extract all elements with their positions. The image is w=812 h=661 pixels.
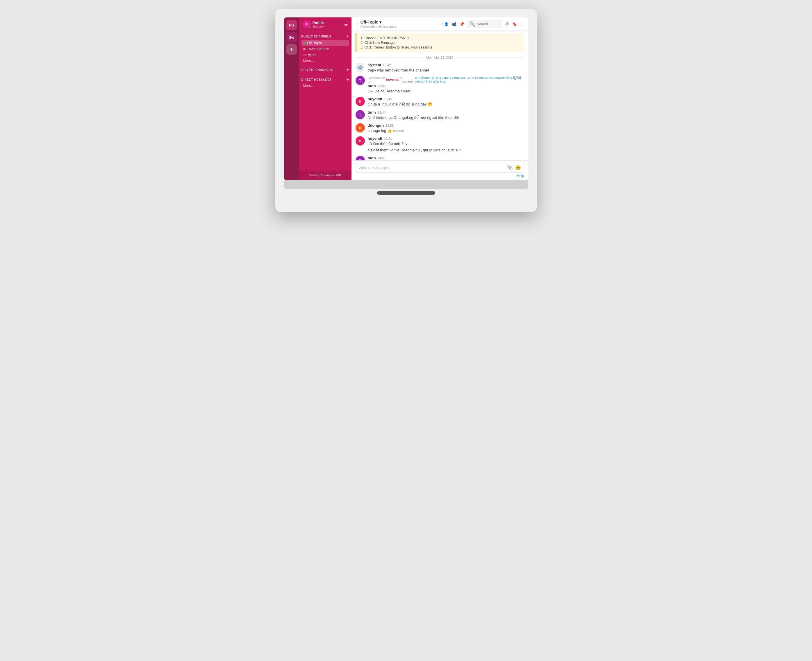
- workspace-add-button[interactable]: +: [287, 44, 297, 54]
- more-dms[interactable]: More...: [301, 83, 349, 88]
- message-group: T Commented on huyendt 's message: anh @…: [356, 76, 524, 94]
- message-group: T tunn 14:05 Viết vào Readme cũng được.: [356, 156, 524, 160]
- message-group: H huyendt 13:51 Là làm thế nào anh ? :v …: [356, 136, 524, 153]
- app-window: Pu Sw + P Public @phuclv ☰: [284, 18, 528, 180]
- message-text: Ok. Đã có Readme chưa?: [368, 89, 524, 94]
- member-count-number: 6: [442, 22, 444, 26]
- message-content: Commented on huyendt 's message: anh @tu…: [368, 76, 524, 94]
- message-header: tunn 14:05: [368, 156, 524, 160]
- username: huyendt: [368, 97, 383, 101]
- online-indicator: [362, 83, 365, 85]
- pinned-step-2: Click New Fanpage: [365, 41, 521, 45]
- help-link[interactable]: Help: [356, 174, 524, 178]
- message-content: huyendt 13:51 Là làm thế nào anh ? :v cứ…: [368, 136, 524, 153]
- message-input-wrapper: 📎 😊: [356, 163, 524, 172]
- private-channels-section: PRIVATE CHANNELS +: [299, 64, 351, 74]
- dropdown-icon[interactable]: ▾: [380, 20, 381, 24]
- search-box[interactable]: 🔍: [467, 20, 502, 28]
- member-count: 6 👤: [442, 22, 449, 26]
- date-label: Mon, Mar 25, 2019: [426, 56, 453, 59]
- message-content: tunn 13:44 Nhớ thêm mục ChangeLog để mọi…: [368, 110, 524, 120]
- message-time: 14:05: [378, 156, 386, 160]
- system-avatar: ⚙️: [356, 63, 365, 72]
- pin-icon[interactable]: 📌: [460, 22, 464, 26]
- switch-channels[interactable]: Switch Channels - ⌘K: [299, 171, 351, 180]
- channel-description: Add a channel description: [360, 25, 397, 28]
- reply-apostrophe: 's message:: [400, 76, 414, 83]
- private-channels-label: PRIVATE CHANNELS: [301, 68, 333, 72]
- channel-name: Town Square: [307, 47, 329, 51]
- reaction-count[interactable]: 💬 9: [514, 76, 521, 80]
- people-icon: 👤: [444, 22, 448, 26]
- kebab-icon[interactable]: ⋮: [520, 22, 524, 26]
- system-message-content: System 13:42 trapv was removed from the …: [368, 63, 524, 73]
- channel-title: Off-Topic ▾: [360, 20, 397, 24]
- username: tunn: [368, 110, 376, 115]
- channel-status-dot: [303, 42, 306, 44]
- channel-status-dot: [303, 48, 306, 50]
- online-indicator: [362, 130, 365, 133]
- message-text: Là làm thế nào anh ? :v: [368, 141, 524, 147]
- username: tunn: [368, 84, 376, 88]
- direct-messages-header: DIRECT MESSAGES +: [301, 77, 349, 82]
- search-icon: 🔍: [469, 21, 475, 27]
- message-input[interactable]: [359, 166, 505, 170]
- message-header: tunn 13:44: [368, 110, 524, 115]
- bookmark-icon[interactable]: 🔖: [512, 22, 517, 26]
- search-input[interactable]: [477, 22, 500, 26]
- public-channels-header: PUBLIC CHANNELS +: [301, 34, 349, 38]
- sidebar-item-off-topic[interactable]: Off-Topic: [301, 40, 349, 46]
- private-channels-header: PRIVATE CHANNELS +: [301, 67, 349, 72]
- system-message-header: System 13:42: [368, 63, 524, 67]
- chat-header: ☆ Off-Topic ▾ Add a channel description …: [351, 18, 528, 31]
- workspace-icon-pu[interactable]: Pu: [287, 20, 297, 30]
- zbot-hash: ⚙: [303, 53, 307, 57]
- reply-indicator: Commented on huyendt 's message: anh @tu…: [368, 76, 524, 83]
- direct-messages-section: DIRECT MESSAGES + More...: [299, 74, 351, 89]
- system-message-text: trapv was removed from the channel: [368, 68, 524, 73]
- sidebar-user[interactable]: P Public @phuclv: [303, 20, 324, 29]
- message-header: tunn 13:42: [368, 84, 524, 88]
- channel-name: Off-Topic: [307, 41, 322, 45]
- at-icon[interactable]: @: [505, 22, 509, 26]
- channel-sidebar: P Public @phuclv ☰ PUBLIC CHANNELS +: [299, 18, 351, 180]
- avatar: P: [303, 20, 311, 29]
- message-time: 13:43: [384, 97, 392, 101]
- sidebar-item-zbot[interactable]: ⚙ zBot: [301, 52, 349, 58]
- message-input-area: 📎 😊 Help: [351, 160, 528, 180]
- online-indicator: [362, 117, 365, 120]
- message-header: huyendt 13:51: [368, 136, 524, 141]
- hamburger-icon[interactable]: ☰: [344, 22, 348, 27]
- add-public-channel-button[interactable]: +: [346, 34, 349, 38]
- system-time: 13:42: [383, 63, 391, 67]
- workspace-sidebar: Pu Sw +: [284, 18, 299, 180]
- more-public-channels[interactable]: More...: [301, 58, 349, 63]
- message-group: T tunn 13:44 Nhớ thêm mục ChangeLog để m…: [356, 110, 524, 120]
- add-private-channel-button[interactable]: +: [346, 67, 349, 72]
- user-handle: @phuclv: [312, 25, 324, 28]
- reply-quoted-text[interactable]: anh @tunn ơi, e tạo merge request r ạ ! …: [415, 76, 524, 83]
- message-group: D duongdh 13:51 change log 👍(edited): [356, 123, 524, 133]
- video-icon[interactable]: 📹: [452, 22, 456, 26]
- user-name: Public: [312, 21, 324, 25]
- online-indicator: [309, 26, 311, 29]
- attachment-icon[interactable]: 📎: [507, 165, 513, 171]
- direct-messages-label: DIRECT MESSAGES: [301, 78, 332, 81]
- message-content: duongdh 13:51 change log 👍(edited): [368, 123, 524, 133]
- message-content: tunn 14:05 Viết vào Readme cũng được.: [368, 156, 524, 160]
- pinned-step-1: Choose EXTENSION PANEL: [365, 36, 521, 40]
- workspace-icon-sw[interactable]: Sw: [287, 32, 297, 42]
- public-channels-label: PUBLIC CHANNELS: [301, 35, 332, 38]
- reaction-icon: 💬: [514, 76, 518, 80]
- sidebar-item-town-square[interactable]: Town Square: [301, 46, 349, 52]
- emoji-icon[interactable]: 😊: [515, 165, 521, 171]
- message-time: 13:42: [378, 84, 386, 88]
- star-icon[interactable]: ☆: [356, 22, 359, 26]
- reaction-number: 9: [519, 76, 521, 80]
- message-text: change log 👍(edited): [368, 128, 524, 133]
- avatar: T: [356, 76, 365, 85]
- public-channels-section: PUBLIC CHANNELS + Off-Topic Town Square …: [299, 31, 351, 64]
- add-dm-button[interactable]: +: [346, 77, 349, 82]
- main-chat-area: ☆ Off-Topic ▾ Add a channel description …: [351, 18, 528, 180]
- message-text: Chưa ạ, hjx, giờ e viết bổ sung đây 🙁: [368, 102, 524, 107]
